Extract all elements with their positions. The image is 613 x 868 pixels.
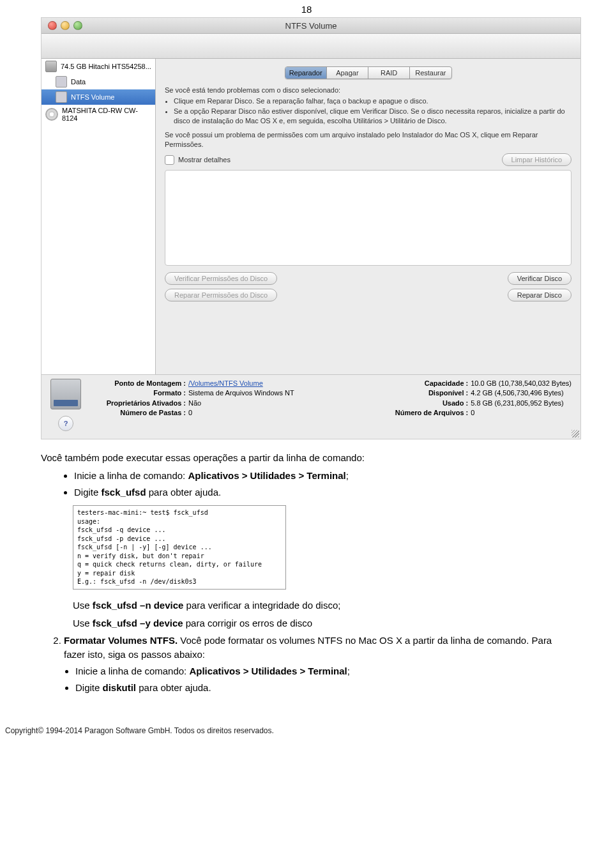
toolbar bbox=[42, 34, 580, 59]
page-number: 18 bbox=[0, 0, 613, 17]
sidebar-item-label: NTFS Volume bbox=[71, 93, 114, 101]
sidebar-item-label: MATSHITA CD-RW CW-8124 bbox=[62, 107, 151, 122]
volume-icon bbox=[56, 91, 67, 103]
folders-value: 0 bbox=[188, 408, 192, 418]
sidebar-item-disk[interactable]: 74.5 GB Hitachi HTS54258... bbox=[42, 59, 155, 74]
sidebar-item-optical[interactable]: MATSHITA CD-RW CW-8124 bbox=[42, 105, 155, 124]
show-details-checkbox[interactable] bbox=[165, 155, 174, 165]
terminal-screenshot: testers-mac-mini:~ test$ fsck_ufsd usage… bbox=[73, 505, 286, 590]
list-item: Inicie a linha de comando: Aplicativos >… bbox=[75, 664, 572, 678]
cd-icon bbox=[45, 108, 58, 121]
verify-permissions-button: Verificar Permissões do Disco bbox=[165, 272, 277, 285]
tab-bar: Reparador Apagar RAID Restaurar bbox=[285, 66, 452, 79]
available-value: 4.2 GB (4,506,730,496 Bytes) bbox=[471, 388, 564, 398]
list-item: Digite fsck_ufsd para obter ajuda. bbox=[74, 485, 572, 499]
show-details-label: Mostrar detalhes bbox=[178, 156, 231, 164]
sidebar-item-label: 74.5 GB Hitachi HTS54258... bbox=[61, 63, 151, 70]
copyright: Copyright© 1994-2014 Paragon Software Gm… bbox=[0, 701, 613, 739]
disk-icon bbox=[50, 379, 81, 409]
disk-utility-window: NTFS Volume 74.5 GB Hitachi HTS54258... … bbox=[41, 17, 581, 439]
used-value: 5.8 GB (6,231,805,952 Bytes) bbox=[471, 399, 564, 408]
tab-restaurar[interactable]: Restaurar bbox=[410, 67, 451, 79]
files-value: 0 bbox=[471, 408, 474, 418]
volume-info: ? Ponto de Montagem :/Volumes/NTFS Volum… bbox=[42, 374, 580, 439]
list-item: Formatar Volumes NTFS. Você pode formata… bbox=[64, 634, 572, 694]
titlebar: NTFS Volume bbox=[42, 18, 580, 34]
sidebar-item-volume[interactable]: Data bbox=[42, 74, 155, 89]
volume-icon bbox=[56, 76, 67, 88]
sidebar: 74.5 GB Hitachi HTS54258... Data NTFS Vo… bbox=[42, 59, 156, 374]
hdd-icon bbox=[45, 61, 57, 72]
clear-history-button: Limpar Histórico bbox=[502, 153, 571, 166]
resize-handle[interactable] bbox=[571, 430, 579, 438]
doc-paragraph: Use fsck_ufsd –n device para verificar a… bbox=[73, 598, 572, 613]
mount-point-link[interactable]: /Volumes/NTFS Volume bbox=[188, 379, 263, 388]
repair-disk-button[interactable]: Reparar Disco bbox=[508, 289, 571, 301]
doc-paragraph: Use fsck_ufsd –y device para corrigir os… bbox=[73, 616, 572, 630]
list-item: Digite diskutil para obter ajuda. bbox=[75, 681, 572, 695]
window-title: NTFS Volume bbox=[42, 21, 580, 31]
verify-disk-button[interactable]: Verificar Disco bbox=[508, 272, 571, 285]
capacity-value: 10.0 GB (10,738,540,032 Bytes) bbox=[471, 379, 571, 388]
help-button[interactable]: ? bbox=[58, 416, 73, 431]
repair-permissions-button: Reparar Permissões do Disco bbox=[165, 289, 277, 301]
format-value: Sistema de Arquivos Windows NT bbox=[188, 388, 294, 398]
doc-paragraph: Você também pode executar essas operaçõe… bbox=[41, 451, 572, 465]
owners-value: Não bbox=[188, 399, 201, 408]
sidebar-item-label: Data bbox=[71, 78, 86, 86]
instructions: Se você está tendo problemas com o disco… bbox=[165, 86, 571, 149]
sidebar-item-volume-selected[interactable]: NTFS Volume bbox=[42, 89, 155, 105]
tab-raid[interactable]: RAID bbox=[368, 67, 410, 79]
tab-reparador[interactable]: Reparador bbox=[285, 67, 327, 79]
log-area bbox=[165, 170, 571, 266]
list-item: Inicie a linha de comando: Aplicativos >… bbox=[74, 469, 572, 483]
tab-apagar[interactable]: Apagar bbox=[327, 67, 368, 79]
